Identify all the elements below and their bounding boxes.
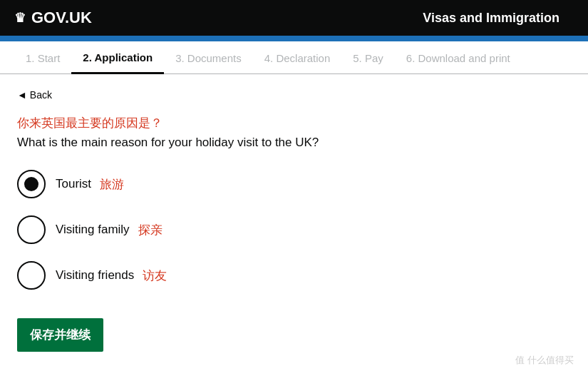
question-chinese: 你来英国最主要的原因是？ (17, 115, 571, 131)
back-label: Back (30, 89, 52, 101)
option-visiting-family-en: Visiting family (56, 223, 130, 237)
gov-uk-logo: ♛ GOV.UK (14, 9, 92, 27)
option-visiting-family-label: Visiting family 探亲 (56, 222, 163, 238)
option-visiting-friends-label: Visiting friends 访友 (56, 268, 167, 284)
option-tourist-cn: 旅游 (100, 176, 124, 193)
radio-visiting-friends[interactable] (17, 261, 46, 290)
radio-tourist[interactable] (17, 170, 46, 198)
radio-tourist-fill (24, 177, 38, 191)
option-tourist-en: Tourist (56, 177, 91, 191)
option-visiting-family-cn: 探亲 (138, 222, 163, 238)
question-english: What is the main reason for your holiday… (17, 136, 571, 150)
save-continue-button[interactable]: 保存并继续 (17, 318, 103, 352)
tab-application[interactable]: 2. Application (71, 41, 164, 74)
tab-download[interactable]: 6. Download and print (395, 42, 522, 73)
main-content: ◄ Back 你来英国最主要的原因是？ What is the main rea… (0, 74, 588, 366)
step-navigation: 1. Start 2. Application 3. Documents 4. … (0, 41, 588, 74)
crown-icon: ♛ (14, 10, 26, 26)
option-tourist[interactable]: Tourist 旅游 (17, 170, 571, 198)
gov-uk-text: GOV.UK (31, 9, 92, 27)
back-arrow-icon: ◄ (17, 89, 27, 101)
radio-visiting-family[interactable] (17, 215, 46, 244)
blue-accent-bar (0, 36, 588, 41)
option-visiting-friends-cn: 访友 (143, 268, 167, 284)
option-visiting-friends[interactable]: Visiting friends 访友 (17, 261, 571, 290)
tab-documents[interactable]: 3. Documents (164, 42, 253, 73)
tab-start[interactable]: 1. Start (14, 42, 71, 73)
option-visiting-family[interactable]: Visiting family 探亲 (17, 215, 571, 244)
tab-declaration[interactable]: 4. Declaration (253, 42, 342, 73)
option-tourist-label: Tourist 旅游 (56, 176, 124, 193)
tab-pay[interactable]: 5. Pay (341, 42, 395, 73)
option-visiting-friends-en: Visiting friends (56, 268, 134, 283)
site-title: Visas and Immigration (423, 11, 559, 26)
site-header: ♛ GOV.UK Visas and Immigration (0, 0, 588, 36)
back-link[interactable]: ◄ Back (17, 89, 52, 101)
